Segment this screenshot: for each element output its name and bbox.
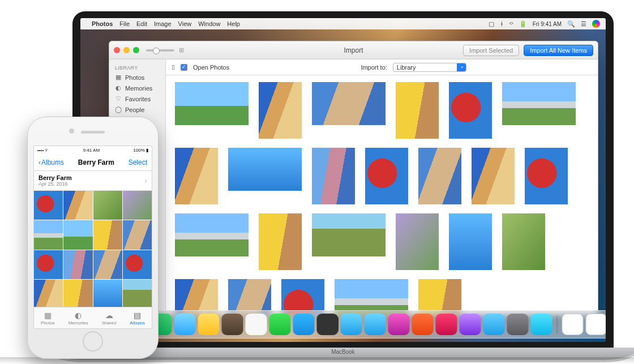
back-button[interactable]: ‹Albums — [38, 159, 64, 166]
thumbnail[interactable] — [312, 213, 385, 256]
tab-memories[interactable]: ◐Memories — [68, 311, 88, 326]
minimize-button[interactable] — [123, 47, 130, 53]
thumbnail[interactable] — [123, 250, 152, 279]
thumbnail[interactable] — [123, 220, 152, 249]
menu-help[interactable]: Help — [227, 20, 240, 27]
open-photos-checkbox[interactable] — [181, 64, 187, 71]
tab-albums[interactable]: ▤Albums — [130, 311, 145, 326]
thumbnail[interactable] — [525, 148, 568, 204]
thumbnail[interactable] — [335, 279, 408, 314]
wifi-icon[interactable]: ⌔ — [509, 20, 513, 27]
thumbnail[interactable] — [123, 191, 152, 220]
thumbnail[interactable] — [175, 279, 218, 314]
dock-mail-icon[interactable] — [174, 314, 196, 335]
dock-messages-icon[interactable] — [269, 314, 291, 335]
thumbnail[interactable] — [365, 148, 408, 204]
thumbnail[interactable] — [418, 148, 461, 204]
sidebar-item-people[interactable]: ◯People — [109, 104, 165, 115]
thumbnail[interactable] — [449, 213, 492, 270]
thumbnail[interactable] — [34, 280, 63, 307]
dock-downloads-icon[interactable] — [586, 314, 606, 335]
thumbnail[interactable] — [93, 191, 122, 220]
menu-image[interactable]: Image — [154, 20, 172, 27]
dock-notes-icon[interactable] — [198, 314, 220, 335]
thumbnail[interactable] — [472, 148, 515, 204]
import-all-button[interactable]: Import All New Items — [524, 45, 593, 56]
thumbnail[interactable] — [34, 220, 63, 249]
dock-preferences-icon[interactable] — [507, 314, 529, 335]
thumbnail[interactable] — [312, 148, 355, 204]
thumbnail[interactable] — [259, 82, 302, 139]
photos-import-window: ⊞ Import Import Selected Import All New … — [109, 41, 598, 315]
import-selected-button[interactable]: Import Selected — [463, 45, 519, 56]
thumbnail[interactable] — [449, 82, 492, 139]
dock-siri-icon[interactable] — [531, 314, 552, 335]
siri-icon[interactable] — [592, 20, 600, 28]
thumbnail[interactable] — [63, 220, 92, 249]
thumbnail[interactable] — [418, 279, 461, 314]
dock-facetime-icon[interactable] — [293, 314, 315, 335]
sidebar-item-photos[interactable]: ▦Photos — [109, 72, 165, 83]
chevron-left-icon: ‹ — [38, 159, 41, 166]
thumbnail[interactable] — [281, 279, 324, 314]
thumbnail[interactable] — [396, 82, 439, 139]
airplay-icon[interactable]: ▢ — [489, 20, 494, 28]
window-title: Import — [344, 46, 363, 54]
thumbnail[interactable] — [34, 191, 63, 220]
notification-center-icon[interactable]: ☰ — [581, 20, 586, 28]
dock-photos-icon[interactable] — [365, 314, 386, 335]
spotlight-icon[interactable]: 🔍 — [567, 20, 575, 28]
album-header-row[interactable]: Berry Farm Apr 25, 2016 › — [34, 171, 152, 191]
menu-edit[interactable]: Edit — [136, 20, 147, 27]
thumbnail[interactable] — [502, 82, 576, 125]
menu-window[interactable]: Window — [198, 20, 220, 27]
tab-photos[interactable]: ▦Photos — [41, 311, 55, 326]
thumbnail[interactable] — [93, 220, 122, 249]
thumbnail[interactable] — [396, 213, 439, 270]
thumbnail[interactable] — [93, 250, 122, 279]
signal-icon: •••• ᯤ — [37, 148, 49, 153]
dock-itunes-icon[interactable] — [388, 314, 410, 335]
thumbnail[interactable] — [63, 250, 92, 279]
thumbnail[interactable] — [175, 213, 249, 256]
menu-file[interactable]: File — [119, 20, 130, 27]
bluetooth-icon[interactable]: ᚼ — [500, 20, 504, 27]
battery-icon[interactable]: 🔋 — [519, 20, 527, 28]
menubar-clock[interactable]: Fri 9:41 AM — [533, 21, 562, 27]
dock-music-icon[interactable] — [436, 314, 457, 335]
dock-podcasts-icon[interactable] — [460, 314, 481, 335]
sidebar-item-memories[interactable]: ◐Memories — [109, 83, 165, 93]
dock-app-icon[interactable] — [341, 314, 362, 335]
thumbnail[interactable] — [93, 280, 122, 307]
thumbnail[interactable] — [63, 280, 92, 307]
thumbnail[interactable] — [175, 82, 249, 125]
fullscreen-button[interactable] — [133, 47, 139, 53]
menubar-app-name[interactable]: Photos — [92, 20, 113, 27]
thumbnail[interactable] — [259, 213, 302, 270]
thumbnail[interactable] — [34, 250, 63, 279]
thumbnail[interactable] — [502, 213, 545, 270]
thumbnail[interactable] — [123, 280, 152, 307]
menu-view[interactable]: View — [178, 20, 192, 27]
thumbnail-zoom-slider[interactable] — [146, 49, 174, 52]
thumbnail[interactable] — [228, 279, 271, 314]
dock-reminders-icon[interactable] — [246, 314, 267, 335]
thumbnail[interactable] — [63, 191, 92, 220]
dock-appstore-icon[interactable] — [483, 314, 505, 335]
dock-pages-icon[interactable] — [562, 314, 584, 335]
tab-shared[interactable]: ☁Shared — [102, 311, 117, 326]
dock-terminal-icon[interactable] — [317, 314, 339, 335]
thumbnail[interactable] — [228, 148, 302, 191]
close-button[interactable] — [114, 47, 120, 53]
select-button[interactable]: Select — [128, 159, 147, 166]
aspect-toggle-icon[interactable]: ⊞ — [179, 46, 184, 54]
dock-contacts-icon[interactable] — [222, 314, 243, 335]
dock-ibooks-icon[interactable] — [412, 314, 434, 335]
thumbnail[interactable] — [312, 82, 385, 125]
iphone-home-button[interactable] — [83, 331, 103, 352]
sidebar-section-header: Library — [109, 64, 165, 72]
import-to-select[interactable]: Library — [393, 63, 466, 72]
thumbnail[interactable] — [175, 148, 218, 204]
window-traffic-lights — [114, 47, 139, 53]
sidebar-item-favorites[interactable]: ♡Favorites — [109, 93, 165, 104]
